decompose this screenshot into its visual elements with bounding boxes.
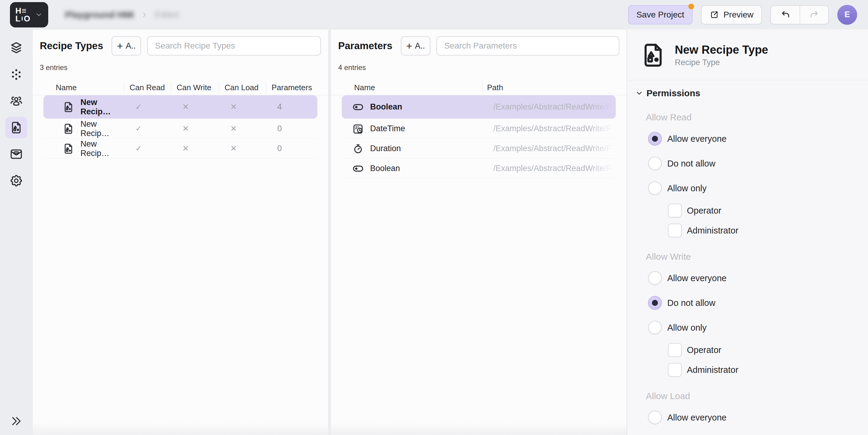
redo-icon xyxy=(809,9,820,20)
parameter-path: /Examples/Abstract/ReadWrite/ForEv xyxy=(493,164,616,173)
toggle-icon xyxy=(352,163,364,175)
save-project-button[interactable]: Save Project xyxy=(628,5,693,24)
recipe-types-table: Name Can Read Can Write Can Load Paramet… xyxy=(40,80,321,159)
breadcrumb-project-name[interactable]: Playground HMI xyxy=(65,10,134,20)
sidebar-item-users[interactable] xyxy=(5,90,27,112)
radio-allow-everyone[interactable]: Allow everyone xyxy=(648,410,856,425)
sidebar-item-recipes[interactable] xyxy=(5,117,27,139)
parameters-panel: Parameters + A.. 4 entries Name Path Boo… xyxy=(331,29,627,435)
parameters-entry-count: 4 entries xyxy=(338,63,619,72)
search-parameters-input[interactable] xyxy=(436,36,619,56)
recipe-doc-icon xyxy=(62,123,74,135)
add-parameter-button[interactable]: + A.. xyxy=(401,36,430,56)
recipe-type-doc-icon xyxy=(639,41,667,69)
parameters-table-header: Name Path xyxy=(331,80,627,95)
checkbox-operator[interactable]: Operator xyxy=(668,343,856,357)
datetime-icon xyxy=(352,123,364,135)
recipe-types-title: Recipe Types xyxy=(40,40,103,52)
recipe-doc-icon xyxy=(62,101,74,113)
plus-icon: + xyxy=(406,41,412,51)
parameter-path: /Examples/Abstract/ReadWrite/ForEv xyxy=(493,144,616,153)
search-recipe-types-input[interactable] xyxy=(147,36,321,56)
sidebar-item-widgets[interactable] xyxy=(5,64,27,85)
radio-button[interactable] xyxy=(648,271,662,285)
add-recipe-type-button[interactable]: + A.. xyxy=(112,36,141,56)
column-header-parameters: Parameters xyxy=(266,82,314,93)
settings-gear-icon xyxy=(9,174,23,187)
can-load-mark: ✕ xyxy=(230,102,237,112)
undo-button[interactable] xyxy=(771,6,800,24)
recipe-type-row[interactable]: New Recip… ✓ ✕ ✕ 4 xyxy=(43,95,317,119)
recipe-type-row[interactable]: New Recip… ✓ ✕ ✕ 0 xyxy=(43,139,317,159)
parameter-row[interactable]: Boolean /Examples/Abstract/ReadWrite/For… xyxy=(342,159,616,179)
checkbox[interactable] xyxy=(668,204,682,218)
checkbox[interactable] xyxy=(668,224,682,237)
save-project-label: Save Project xyxy=(637,10,684,20)
checkbox[interactable] xyxy=(668,363,682,377)
radio-button-checked[interactable] xyxy=(648,132,662,146)
parameter-row[interactable]: DateTime /Examples/Abstract/ReadWrite/Fo… xyxy=(342,119,616,139)
stopwatch-icon xyxy=(352,143,364,155)
user-avatar[interactable]: E xyxy=(837,5,857,25)
allow-read-label: Allow Read xyxy=(646,112,856,122)
column-header-can-read: Can Read xyxy=(124,82,171,93)
parameter-row[interactable]: Duration /Examples/Abstract/ReadWrite/Fo… xyxy=(342,139,616,159)
can-load-mark: ✕ xyxy=(230,144,237,153)
sidebar-item-settings[interactable] xyxy=(5,170,27,192)
chevron-right-icon xyxy=(141,11,148,19)
can-write-mark: ✕ xyxy=(182,102,189,112)
radio-button[interactable] xyxy=(648,181,662,195)
toggle-icon xyxy=(352,101,364,113)
radio-do-not-allow[interactable]: Do not allow xyxy=(648,296,856,310)
radio-button-checked[interactable] xyxy=(648,296,662,310)
allow-read-group: Allow Read Allow everyone Do not allow A… xyxy=(634,112,856,238)
unsaved-changes-dot xyxy=(688,4,694,9)
radio-allow-only[interactable]: Allow only xyxy=(648,181,856,196)
checkbox[interactable] xyxy=(668,343,682,357)
radio-allow-everyone[interactable]: Allow everyone xyxy=(648,132,856,146)
recipe-type-row[interactable]: New Recip… ✓ ✕ ✕ 0 xyxy=(43,119,317,139)
sidebar-expand-button[interactable] xyxy=(9,414,24,428)
preview-label: Preview xyxy=(723,10,753,20)
inspector-title: New Recipe Type xyxy=(675,43,768,57)
sidebar-item-messages[interactable] xyxy=(5,143,27,165)
helio-logo: H≡ LO xyxy=(16,7,31,23)
radio-do-not-allow[interactable]: Do not allow xyxy=(648,156,856,171)
column-header-path: Path xyxy=(483,82,612,93)
permissions-section-header[interactable]: Permissions xyxy=(634,88,856,98)
parameters-count: 0 xyxy=(277,144,282,153)
radio-allow-everyone[interactable]: Allow everyone xyxy=(648,271,856,285)
checkbox-operator[interactable]: Operator xyxy=(668,203,856,218)
breadcrumb-status: Edited xyxy=(155,10,179,20)
radio-allow-only[interactable]: Allow only xyxy=(648,320,856,335)
allow-load-group: Allow Load Allow everyone Do not allow xyxy=(634,391,856,435)
checkbox-administrator[interactable]: Administrator xyxy=(668,223,856,238)
undo-icon xyxy=(780,9,791,20)
can-write-mark: ✕ xyxy=(182,124,189,133)
parameter-row[interactable]: Boolean /Examples/Abstract/ReadWrite/For… xyxy=(342,95,616,119)
widgets-dots-icon xyxy=(9,67,23,82)
redo-button[interactable] xyxy=(800,6,828,24)
app-logo-menu[interactable]: H≡ LO xyxy=(10,2,48,27)
column-header-name: Name xyxy=(345,82,483,93)
chevron-down-icon xyxy=(634,88,644,98)
radio-button[interactable] xyxy=(648,321,662,335)
chevron-down-icon xyxy=(34,10,43,19)
topbar: H≡ LO Playground HMI Edited Save Project… xyxy=(0,0,868,29)
can-write-mark: ✕ xyxy=(182,144,189,153)
can-read-mark: ✓ xyxy=(135,124,142,133)
checkbox-administrator[interactable]: Administrator xyxy=(668,362,856,377)
column-header-can-write: Can Write xyxy=(171,82,219,93)
parameters-table: Name Path Boolean /Examples/Abstract/Rea… xyxy=(338,80,619,179)
can-load-mark: ✕ xyxy=(230,124,237,133)
preview-button[interactable]: Preview xyxy=(701,5,762,24)
column-header-can-load: Can Load xyxy=(219,82,266,93)
recipes-icon xyxy=(9,121,23,135)
radio-button[interactable] xyxy=(648,411,662,425)
parameters-count: 0 xyxy=(277,124,282,133)
parameter-path: /Examples/Abstract/ReadWrite/ForEv xyxy=(493,102,616,112)
radio-button[interactable] xyxy=(648,156,662,170)
sidebar-item-layers[interactable] xyxy=(5,37,27,59)
parameters-title: Parameters xyxy=(338,40,393,52)
users-icon xyxy=(9,94,23,108)
